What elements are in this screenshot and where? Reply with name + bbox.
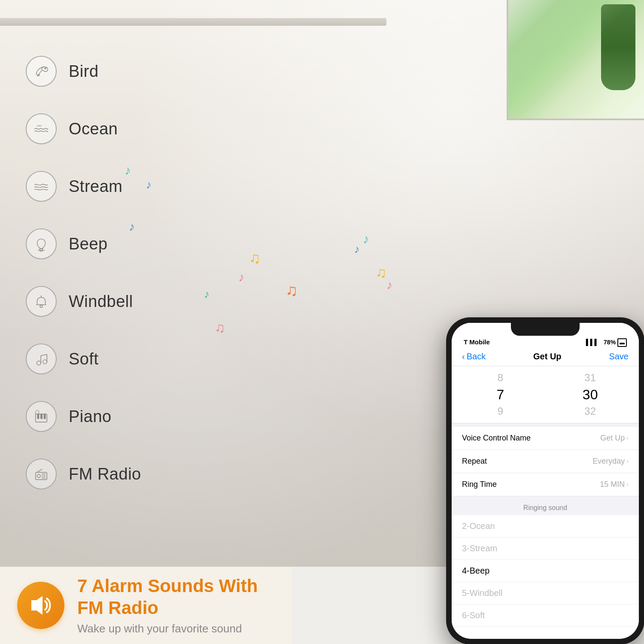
sound-item-stream: Stream [26, 171, 141, 202]
signal-icon: ▌▌▌ [586, 339, 599, 346]
windbell-icon [33, 293, 49, 310]
stream-label: Stream [69, 177, 122, 196]
hour-above: 8 [456, 371, 545, 385]
beep-icon-circle [26, 228, 57, 259]
ring-time-row[interactable]: Ring Time 15 MIN › [452, 473, 639, 496]
minute-column: 31 30 32 [545, 371, 635, 419]
ring-item-beep[interactable]: 4-Beep [452, 560, 639, 582]
svg-rect-10 [40, 414, 43, 419]
phone-notch [511, 323, 580, 336]
chevron-right-icon: › [626, 434, 629, 441]
beep-icon [33, 236, 49, 252]
phone-nav-title: Get Up [533, 352, 562, 361]
phone-outer: T Mobile ▌▌▌ 78% ▬ ‹ Back Get Up S [447, 318, 644, 644]
phone-mockup: T Mobile ▌▌▌ 78% ▬ ‹ Back Get Up S [447, 318, 644, 644]
fm-radio-icon-circle [26, 459, 57, 489]
ring-item-ocean[interactable]: 2-Ocean [452, 515, 639, 538]
ocean-icon-circle [26, 113, 57, 144]
svg-point-0 [45, 68, 46, 69]
time-picker: 8 7 9 31 30 32 [452, 366, 639, 423]
svg-point-14 [37, 474, 41, 478]
svg-rect-11 [44, 414, 46, 419]
stream-icon [33, 178, 49, 194]
sound-item-bird: Bird [26, 56, 141, 87]
soft-label: Soft [69, 350, 99, 368]
battery-icon: ▬ [617, 338, 627, 347]
sound-list: Bird Ocean Stream [26, 56, 141, 489]
main-container: ♪ ♪ ♪ ♫ ♪ ♫ ♪ ♫ ♪ ♪ ♫ ♪ Bird [0, 0, 644, 644]
chevron-right-icon: › [626, 458, 629, 465]
ocean-label: Ocean [69, 120, 118, 138]
phone-settings: Voice Control Name Get Up › Repeat Every… [452, 423, 639, 496]
minute-below: 32 [545, 404, 635, 419]
soft-icon [33, 351, 49, 367]
phone-nav: ‹ Back Get Up Save [452, 347, 639, 366]
sound-item-soft: Soft [26, 343, 141, 374]
ring-sound-list: 2-Ocean 3-Stream 4-Beep 5-Windbell 6-Sof [452, 515, 639, 627]
ring-item-windbell[interactable]: 5-Windbell [452, 582, 639, 605]
battery-text: ▌▌▌ 78% ▬ [586, 339, 627, 346]
fm-radio-icon [33, 466, 49, 482]
svg-line-13 [37, 469, 42, 473]
piano-icon [33, 408, 49, 425]
stream-icon-circle [26, 171, 57, 202]
fm-radio-label: FM Radio [69, 465, 141, 483]
back-button[interactable]: ‹ Back [462, 352, 486, 361]
piano-label: Piano [69, 407, 112, 426]
windbell-icon-circle [26, 286, 57, 317]
bird-label: Bird [69, 62, 99, 81]
hour-column: 8 7 9 [456, 371, 545, 419]
ring-item-soft[interactable]: 6-Soft [452, 605, 639, 627]
hour-below: 9 [456, 404, 545, 419]
carrier-text: T Mobile [464, 338, 490, 346]
bottom-text: 7 Alarm Sounds With FM Radio Wake up wit… [77, 575, 275, 635]
sound-item-ocean: Ocean [26, 113, 141, 144]
bottom-section: 7 Alarm Sounds With FM Radio Wake up wit… [0, 567, 292, 644]
bird-icon [33, 63, 49, 79]
save-button[interactable]: Save [609, 352, 629, 361]
phone-inner: T Mobile ▌▌▌ 78% ▬ ‹ Back Get Up S [452, 323, 639, 639]
svg-point-2 [40, 305, 43, 308]
speaker-icon [28, 592, 54, 618]
repeat-row[interactable]: Repeat Everyday › [452, 450, 639, 473]
svg-point-3 [37, 361, 41, 365]
svg-marker-18 [31, 596, 43, 615]
windbell-label: Windbell [69, 292, 133, 311]
svg-rect-9 [37, 414, 39, 419]
minute-above: 31 [545, 371, 635, 385]
shelf-decoration [0, 18, 386, 26]
sound-item-fm-radio: FM Radio [26, 459, 141, 489]
ring-item-stream[interactable]: 3-Stream [452, 538, 639, 560]
bottom-title: 7 Alarm Sounds With FM Radio [77, 575, 275, 619]
sound-item-windbell: Windbell [26, 286, 141, 317]
bird-icon-circle [26, 56, 57, 87]
svg-point-4 [43, 360, 47, 364]
voice-control-row[interactable]: Voice Control Name Get Up › [452, 427, 639, 450]
beep-label: Beep [69, 235, 108, 253]
sound-item-beep: Beep [26, 228, 141, 259]
soft-icon-circle [26, 343, 57, 374]
window-decoration [507, 0, 644, 120]
chevron-right-icon: › [626, 481, 629, 488]
ring-sound-header: Ringing sound [452, 500, 639, 515]
ocean-icon [33, 121, 49, 137]
bottom-subtitle: Wake up with your favorite sound [77, 622, 275, 635]
speaker-icon-circle [17, 582, 64, 629]
back-chevron: ‹ [462, 352, 465, 361]
sound-item-piano: Piano [26, 401, 141, 432]
piano-icon-circle [26, 401, 57, 432]
ring-sound-section: Ringing sound 2-Ocean 3-Stream 4-Beep 5-… [452, 496, 639, 627]
hour-main: 7 [456, 385, 545, 404]
minute-main: 30 [545, 385, 635, 404]
